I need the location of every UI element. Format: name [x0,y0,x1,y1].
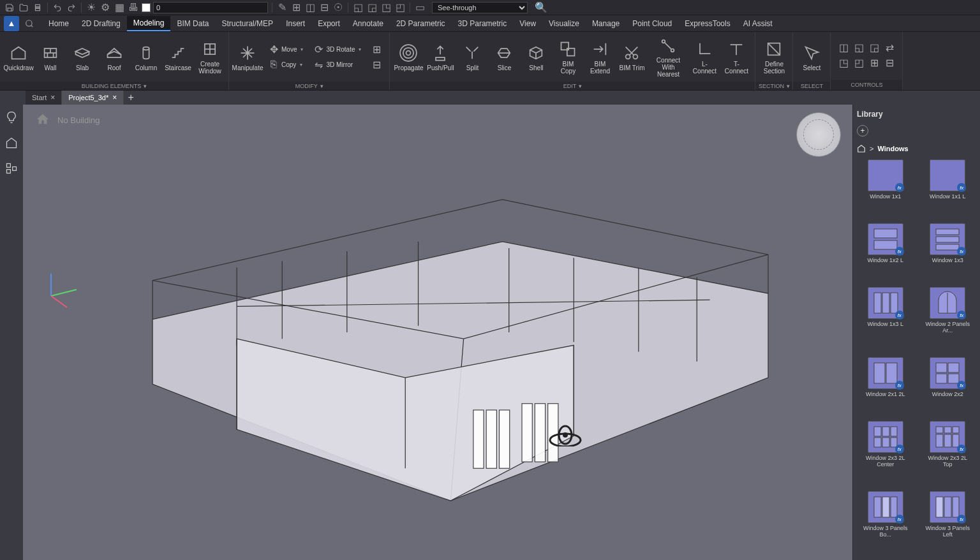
lib-item-window-2x3-top[interactable]: fxWindow 2x3 2L Top [919,421,977,485]
menu-bim-data[interactable]: BIM Data [170,17,215,31]
manipulate-button[interactable]: Manipulate [233,34,262,79]
pushpull-button[interactable]: Push/Pull [426,34,455,79]
lib-item-window-1x3[interactable]: fxWindow 1x3 [919,223,977,281]
layer-icon[interactable]: ▦ [114,2,125,13]
l-connect-button[interactable]: L-Connect [690,34,719,79]
close-icon[interactable]: × [112,93,117,102]
ctrl-icon-8[interactable]: ⊟ [883,56,896,69]
sheet-icon[interactable]: ▭ [414,2,426,13]
column-button[interactable]: Column [131,34,161,79]
doc-tab-project5[interactable]: Project5_3d*× [62,91,124,105]
lib-item-window-1x1-l[interactable]: fxWindow 1x1 L [919,159,977,217]
wall-button[interactable]: Wall [36,34,65,79]
menu-2d-parametric[interactable]: 2D Parametric [390,17,452,31]
connect-nearest-button[interactable]: Connect With Nearest [649,34,687,79]
cube-c-icon[interactable]: ◳ [380,2,392,13]
ribbon-group-label-edit[interactable]: EDIT ▾ [390,82,755,90]
cube-a-icon[interactable]: ◱ [352,2,364,13]
lib-item-window-1x3-l[interactable]: fxWindow 1x3 L [857,287,914,351]
library-breadcrumb[interactable]: > Windows [857,144,976,153]
copy-button[interactable]: ⎘Copy▾ [265,57,307,71]
roof-button[interactable]: Roof [100,34,129,79]
menu-home[interactable]: Home [42,17,75,31]
menu-modeling[interactable]: Modeling [127,16,171,31]
cube-d-icon[interactable]: ◰ [394,2,406,13]
slab-button[interactable]: Slab [68,34,97,79]
align-button[interactable]: ⊞ [368,42,385,56]
home-nav-icon[interactable] [4,135,19,151]
sun-icon[interactable]: ☀ [85,2,97,13]
ribbon-group-label-modify[interactable]: MODIFY ▾ [229,82,389,90]
redo-icon[interactable] [66,2,77,13]
ribbon-group-label-section[interactable]: SECTION ▾ [755,82,792,90]
bim-extend-button[interactable]: BIM Extend [585,34,614,79]
menu-2d-drafting[interactable]: 2D Drafting [75,17,127,31]
gear-icon[interactable]: ⚙ [100,2,111,13]
menu-view[interactable]: View [513,17,542,31]
menu-export[interactable]: Export [311,17,346,31]
menu-ai-assist[interactable]: AI Assist [737,17,779,31]
ctrl-icon-1[interactable]: ◫ [837,41,850,54]
menu-structural[interactable]: Structural/MEP [215,17,279,31]
ctrl-icon-7[interactable]: ⊞ [868,56,880,69]
lib-item-window-3-panels-left[interactable]: fxWindow 3 Panels Left [919,491,977,555]
ctrl-icon-6[interactable]: ◰ [852,56,865,69]
globe-search-icon[interactable]: 🔍 [535,2,547,13]
print-icon[interactable] [32,2,43,13]
save-icon[interactable] [4,2,15,13]
cube-b-icon[interactable]: ◲ [366,2,378,13]
propagate-button[interactable]: Propagate [394,34,423,79]
tool-d-icon[interactable]: ⊟ [318,2,330,13]
open-icon[interactable] [18,2,29,13]
lib-item-window-2x1-2l[interactable]: fxWindow 2x1 2L [857,357,914,415]
tool-a-icon[interactable]: ✎ [276,2,288,13]
structure-icon[interactable] [4,161,19,176]
lib-item-window-3-panels-bo[interactable]: fxWindow 3 Panels Bo... [857,491,914,555]
lightbulb-icon[interactable] [4,110,19,125]
menu-annotate[interactable]: Annotate [346,17,390,31]
tool-c-icon[interactable]: ◫ [304,2,316,13]
layer-input[interactable] [153,2,268,13]
3d-viewport[interactable]: No Building [23,105,852,560]
menu-point-cloud[interactable]: Point Cloud [626,17,678,31]
close-icon[interactable]: × [50,93,55,102]
menu-expresstools[interactable]: ExpressTools [678,17,736,31]
new-tab-button[interactable]: + [124,91,138,105]
ctrl-icon-4[interactable]: ⇄ [883,41,896,54]
lib-item-window-1x1[interactable]: fxWindow 1x1 [857,159,914,217]
tool-e-icon[interactable]: ☉ [332,2,344,13]
mirror-button[interactable]: ⇋3D Mirror [309,57,365,71]
bim-copy-button[interactable]: BIM Copy [553,34,583,79]
ctrl-icon-2[interactable]: ◱ [852,41,865,54]
lib-item-window-2x3-center[interactable]: fxWindow 2x3 2L Center [857,421,914,485]
menu-3d-parametric[interactable]: 3D Parametric [452,17,514,31]
create-window-button[interactable]: Create Window [195,34,225,79]
array-button[interactable]: ⊟ [368,57,385,71]
visual-style-select[interactable]: See-through [432,2,528,13]
rotate-button[interactable]: ⟳3D Rotate▾ [309,42,365,56]
t-connect-button[interactable]: T-Connect [722,34,751,79]
shell-button[interactable]: Shell [521,34,551,79]
menu-manage[interactable]: Manage [586,17,626,31]
app-icon[interactable]: ▲ [4,16,19,31]
undo-icon[interactable] [52,2,63,13]
quickdraw-button[interactable]: Quickdraw [4,34,33,79]
ctrl-icon-3[interactable]: ◲ [868,41,880,54]
tool-b-icon[interactable]: ⊞ [290,2,302,13]
split-button[interactable]: Split [457,34,487,79]
doc-tab-start[interactable]: Start× [26,91,62,105]
lib-item-window-1x2-l[interactable]: fxWindow 1x2 L [857,223,914,281]
lib-item-window-2-panels-ar[interactable]: fxWindow 2 Panels Ar... [919,287,977,351]
color-swatch[interactable] [142,3,151,12]
ribbon-group-label-building[interactable]: BUILDING ELEMENTS ▾ [0,82,228,90]
search-icon[interactable] [23,17,36,30]
define-section-button[interactable]: Define Section [759,34,789,79]
menu-insert[interactable]: Insert [279,17,311,31]
select-button[interactable]: Select [797,34,826,79]
print2-icon[interactable]: 🖶 [128,2,139,13]
menu-visualize[interactable]: Visualize [542,17,586,31]
breadcrumb-home-icon[interactable] [857,144,866,153]
lib-item-window-2x2[interactable]: fxWindow 2x2 [919,357,977,415]
bim-trim-button[interactable]: BIM Trim [617,34,646,79]
library-add-icon[interactable]: + [857,125,868,136]
